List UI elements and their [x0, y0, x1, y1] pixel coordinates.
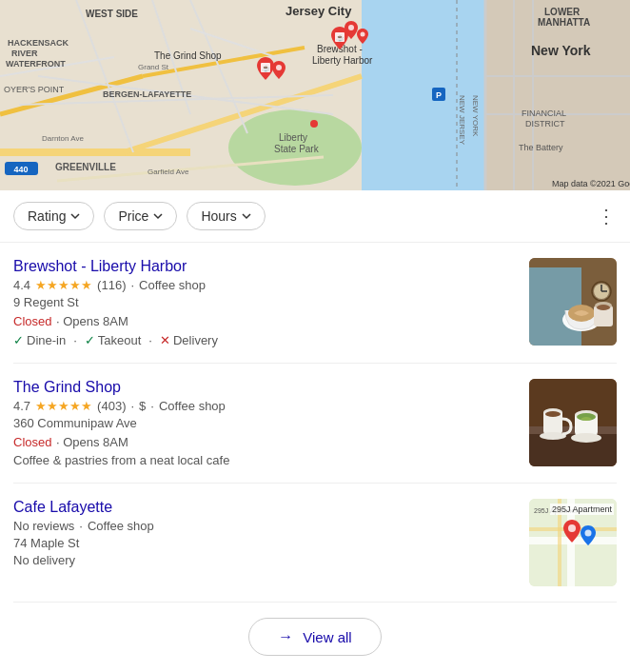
view-all-container: → View all [0, 603, 630, 672]
rating-row: No reviews · Coffee shop [13, 519, 520, 533]
svg-point-76 [545, 411, 561, 417]
listing-name[interactable]: Cafe Lafayette [13, 499, 520, 516]
listing-item: Cafe Lafayette No reviews · Coffee shop … [13, 484, 617, 603]
svg-text:NEW JERSEY: NEW JERSEY [458, 95, 466, 146]
category: Coffee shop [88, 519, 154, 533]
svg-point-79 [540, 432, 566, 440]
rating-row: 4.4 ★★★★★ (116) · Coffee shop [13, 278, 520, 292]
svg-text:GREENVILLE: GREENVILLE [55, 162, 116, 172]
rating-label: Rating [28, 208, 66, 224]
chevron-down-icon [153, 211, 163, 221]
arrow-icon: → [278, 628, 293, 645]
svg-point-67 [597, 305, 610, 310]
svg-text:440: 440 [13, 165, 28, 174]
svg-text:The Battery: The Battery [519, 143, 563, 152]
svg-text:NEW YORK: NEW YORK [471, 95, 480, 137]
category: Coffee shop [159, 399, 226, 413]
service-delivery: ✕ Delivery [160, 333, 218, 347]
apt-label: 295J Apartment [550, 504, 614, 515]
address: 9 Regent St [13, 295, 520, 309]
star-rating: ★★★★★ [35, 278, 92, 292]
svg-text:Grand St: Grand St [138, 63, 169, 71]
listing-name[interactable]: Brewshot - Liberty Harbor [13, 258, 520, 275]
price: $ [139, 399, 146, 413]
svg-text:Garfield Ave: Garfield Ave [148, 168, 189, 176]
listing-item: The Grind Shop 4.7 ★★★★★ (403) · $ · Cof… [13, 364, 617, 484]
price-label: Price [118, 208, 148, 224]
svg-point-58 [310, 120, 318, 128]
svg-text:DISTRICT: DISTRICT [525, 119, 565, 128]
listing-item: Brewshot - Liberty Harbor 4.4 ★★★★★ (116… [13, 243, 617, 364]
svg-rect-74 [529, 426, 617, 434]
svg-text:WATERFRONT: WATERFRONT [6, 59, 66, 69]
rating-value: 4.7 [13, 399, 30, 413]
svg-text:Map data ©2021 Google: Map data ©2021 Google [552, 179, 630, 188]
listing-image[interactable] [529, 258, 617, 346]
svg-text:FINANCIAL: FINANCIAL [522, 109, 566, 118]
svg-text:The Grind Shop: The Grind Shop [154, 50, 222, 61]
rating-row: 4.7 ★★★★★ (403) · $ · Coffee shop [13, 399, 520, 413]
coffee-image-2 [529, 379, 617, 466]
opens-time: · Opens 8AM [56, 314, 128, 328]
svg-rect-3 [485, 0, 630, 190]
svg-text:BERGEN-LAFAYETTE: BERGEN-LAFAYETTE [103, 89, 191, 99]
svg-text:Liberty Harbor: Liberty Harbor [312, 55, 373, 66]
chevron-down-icon [70, 211, 80, 221]
svg-text:HACKENSACK: HACKENSACK [8, 38, 69, 48]
svg-point-80 [571, 433, 601, 443]
listing-name[interactable]: The Grind Shop [13, 379, 520, 396]
svg-text:P: P [436, 90, 442, 100]
price-filter[interactable]: Price [104, 202, 177, 230]
svg-text:Jersey City: Jersey City [285, 4, 352, 18]
chevron-down-icon [242, 211, 251, 221]
rating-value: 4.4 [13, 278, 30, 292]
opens-time: · Opens 8AM [56, 435, 128, 449]
description: Coffee & pastries from a neat local cafe [13, 453, 520, 467]
view-all-label: View all [303, 629, 351, 645]
coffee-image-1 [529, 258, 617, 346]
map-thumbnail: 295J Apartment 295J Apartment [529, 499, 617, 586]
listing-info: The Grind Shop 4.7 ★★★★★ (403) · $ · Cof… [13, 379, 520, 467]
svg-text:MANHATTA: MANHATTA [538, 17, 590, 28]
svg-text:☕: ☕ [336, 33, 345, 42]
map-section: 440 WEST SIDE Jersey City LOWER MANHATTA… [0, 0, 630, 190]
services-row: ✓ Dine-in · ✓ Takeout · ✕ Delivery [13, 333, 520, 347]
svg-text:State Park: State Park [274, 144, 320, 154]
service-dine-in: ✓ Dine-in [13, 333, 66, 347]
listing-image[interactable]: 295J Apartment 295J Apartment [529, 499, 617, 586]
description: No delivery [13, 553, 520, 567]
more-options-button[interactable]: ⋮ [597, 205, 617, 227]
svg-text:LOWER: LOWER [544, 7, 581, 17]
svg-text:WEST SIDE: WEST SIDE [86, 9, 138, 19]
svg-text:New York: New York [531, 43, 591, 58]
filter-bar: Rating Price Hours ⋮ [0, 190, 630, 243]
view-all-button[interactable]: → View all [248, 618, 381, 656]
service-takeout: ✓ Takeout [85, 333, 142, 347]
review-count: (116) [97, 278, 126, 292]
listing-info: Cafe Lafayette No reviews · Coffee shop … [13, 499, 520, 586]
svg-text:RIVER: RIVER [11, 49, 38, 58]
svg-text:Darnton Ave: Darnton Ave [42, 134, 84, 143]
star-rating: ★★★★★ [35, 399, 92, 413]
hours-label: Hours [201, 208, 236, 224]
status-closed: Closed [13, 435, 51, 449]
hours-filter[interactable]: Hours [187, 202, 265, 230]
category: Coffee shop [139, 278, 206, 292]
review-count: (403) [97, 399, 126, 413]
svg-text:Liberty: Liberty [279, 132, 307, 143]
svg-point-53 [348, 25, 354, 30]
svg-point-88 [585, 530, 592, 537]
svg-text:☕: ☕ [262, 64, 270, 72]
address: 360 Communipaw Ave [13, 416, 520, 430]
svg-text:OYER'S POINT: OYER'S POINT [4, 85, 65, 94]
listing-info: Brewshot - Liberty Harbor 4.4 ★★★★★ (116… [13, 258, 520, 347]
svg-point-57 [276, 65, 282, 70]
svg-point-87 [568, 524, 576, 532]
listing-image[interactable] [529, 379, 617, 466]
status-closed: Closed [13, 314, 51, 328]
listings-container: Brewshot - Liberty Harbor 4.4 ★★★★★ (116… [0, 243, 630, 603]
no-reviews: No reviews [13, 519, 74, 533]
rating-filter[interactable]: Rating [13, 202, 94, 230]
address: 74 Maple St [13, 536, 520, 550]
svg-point-54 [361, 32, 365, 37]
